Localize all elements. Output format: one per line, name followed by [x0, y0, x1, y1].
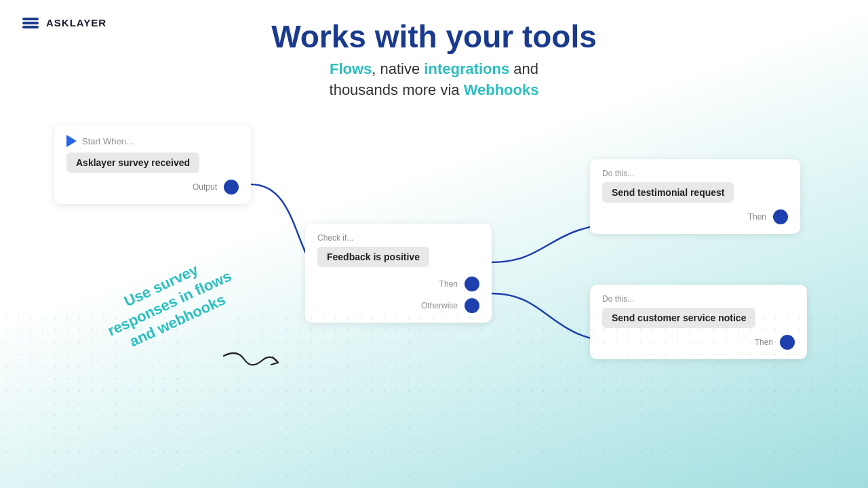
subtitle: Flows, native integrations and thousands…	[0, 59, 868, 101]
otherwise-dot	[465, 298, 479, 313]
start-node-header: Start When...	[66, 135, 239, 147]
subtitle-integrations: integrations	[424, 60, 509, 77]
svg-rect-0	[22, 22, 39, 24]
flow-container: Start When... Asklayer survey received O…	[34, 119, 834, 417]
svg-rect-1	[22, 18, 39, 20]
check-node-content: Feedback is positive	[317, 247, 429, 267]
subtitle-native: , native	[372, 60, 424, 77]
action-top-then-label: Then	[748, 212, 766, 222]
action-top-then-row: Then	[602, 209, 788, 224]
action-top-label: Do this...	[602, 169, 788, 178]
subtitle-flows: Flows	[330, 60, 372, 77]
action-bottom-node: Do this... Send customer service notice …	[590, 285, 807, 359]
start-node-label: Start When...	[82, 136, 134, 146]
header: Works with your tools Flows, native inte…	[0, 0, 868, 100]
action-bottom-then-row: Then	[602, 335, 795, 350]
squiggle-arrow	[217, 342, 298, 386]
start-node-content: Asklayer survey received	[66, 152, 199, 173]
otherwise-label: Otherwise	[421, 301, 458, 310]
then-label: Then	[439, 279, 458, 289]
action-bottom-then-label: Then	[755, 338, 773, 347]
output-label: Output	[193, 182, 217, 192]
action-bottom-content: Send customer service notice	[602, 308, 755, 328]
action-bottom-then-dot	[780, 335, 795, 350]
start-node: Start When... Asklayer survey received O…	[54, 125, 251, 204]
logo-icon	[20, 12, 41, 33]
output-dot	[224, 180, 239, 195]
logo-text: ASKLAYER	[46, 17, 106, 28]
check-connectors: Then Otherwise	[317, 277, 479, 313]
svg-rect-2	[22, 26, 39, 28]
otherwise-row: Otherwise	[317, 298, 479, 313]
logo: ASKLAYER	[20, 12, 106, 33]
then-row: Then	[317, 277, 479, 291]
check-node: Check if... Feedback is positive Then Ot…	[305, 224, 492, 323]
action-top-content: Send testimonial request	[602, 182, 734, 203]
check-node-label: Check if...	[317, 233, 479, 243]
then-dot	[465, 277, 479, 291]
subtitle-and: and	[509, 60, 538, 77]
subtitle-webhooks: Webhooks	[464, 81, 539, 98]
play-icon	[66, 135, 77, 147]
action-top-node: Do this... Send testimonial request Then	[590, 159, 800, 234]
main-title: Works with your tools	[0, 19, 868, 55]
action-top-then-dot	[773, 209, 788, 224]
action-bottom-label: Do this...	[602, 294, 795, 304]
start-node-output-row: Output	[66, 180, 239, 195]
subtitle-via: thousands more via	[330, 81, 464, 98]
